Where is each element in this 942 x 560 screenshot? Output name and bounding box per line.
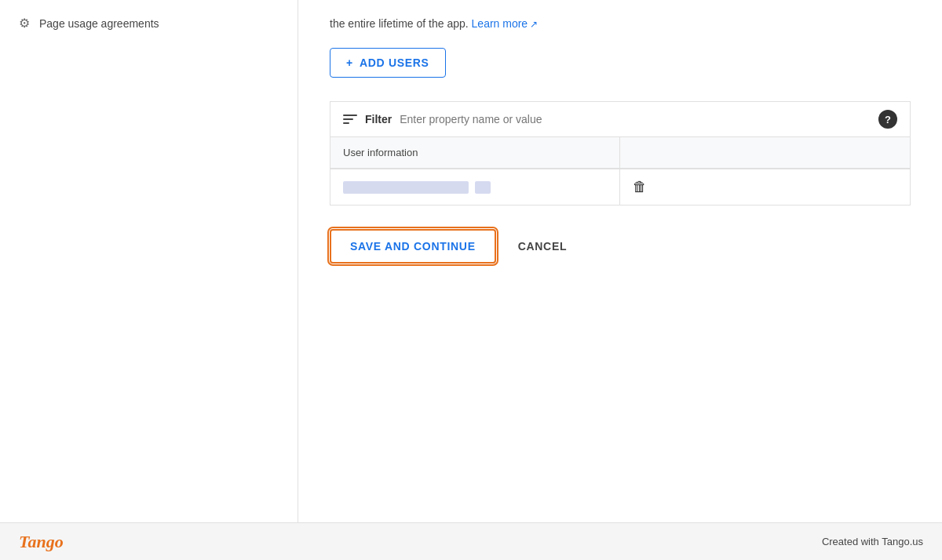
- sidebar-item-page-usage[interactable]: ⚙ Page usage agreements: [0, 8, 298, 38]
- cancel-button[interactable]: CANCEL: [512, 231, 574, 262]
- add-users-button[interactable]: + ADD USERS: [330, 48, 446, 78]
- delete-icon[interactable]: 🗑: [633, 179, 647, 195]
- users-table: User information 🗑: [330, 136, 911, 205]
- footer-credit: Created with Tango.us: [822, 536, 923, 547]
- footer: Tango Created with Tango.us: [0, 522, 942, 560]
- filter-bar: Filter ?: [330, 101, 911, 136]
- sidebar-item-label: Page usage agreements: [39, 17, 159, 30]
- table-row: 🗑: [330, 169, 910, 205]
- sidebar: ⚙ Page usage agreements: [0, 0, 298, 560]
- filter-input[interactable]: [400, 113, 871, 125]
- action-buttons: SAVE AND CONTINUE CANCEL: [330, 229, 911, 264]
- user-id-placeholder: [475, 181, 491, 194]
- main-content: the entire lifetime of the app. Learn mo…: [298, 0, 942, 560]
- add-users-label: ADD USERS: [360, 56, 429, 69]
- table-cell-user-info: [330, 169, 620, 205]
- learn-more-link[interactable]: Learn more: [472, 17, 539, 30]
- table-header-col1: User information: [330, 137, 620, 168]
- filter-icon: [343, 115, 357, 124]
- main-panel: the entire lifetime of the app. Learn mo…: [298, 0, 942, 560]
- save-and-continue-button[interactable]: SAVE AND CONTINUE: [330, 229, 496, 264]
- filter-help-icon[interactable]: ?: [878, 110, 897, 129]
- description-partial: the entire lifetime of the app.: [330, 17, 469, 30]
- sidebar-settings-icon: ⚙: [19, 16, 30, 31]
- description-text: the entire lifetime of the app. Learn mo…: [330, 16, 911, 32]
- tango-logo: Tango: [19, 532, 64, 552]
- table-header: User information: [330, 137, 910, 169]
- filter-lines-icon: [343, 115, 357, 124]
- filter-label: Filter: [365, 113, 392, 125]
- plus-icon: +: [346, 56, 353, 69]
- table-cell-actions: 🗑: [620, 169, 910, 205]
- user-info-placeholder: [343, 181, 469, 194]
- table-header-col2: [620, 137, 910, 168]
